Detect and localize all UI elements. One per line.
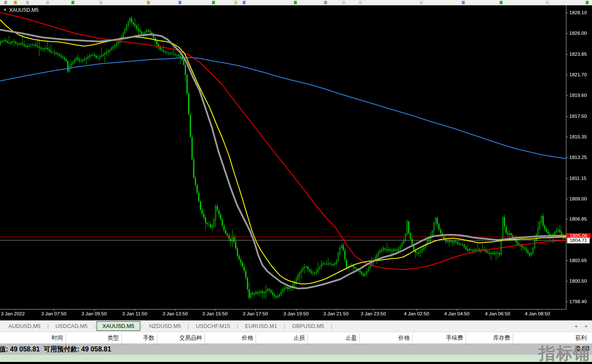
price-axis-tick <box>566 199 568 199</box>
toolbar-icon-fragment[interactable] <box>546 1 549 4</box>
toolbar-icon-fragment[interactable] <box>586 1 589 4</box>
chevron-down-icon[interactable]: ▼ <box>3 8 7 12</box>
tab-scroll-left-icon[interactable]: ◄ <box>574 324 578 328</box>
chart-tab-gbpusd[interactable]: GBPUSD,M5 <box>286 321 330 331</box>
price-axis-tick <box>566 219 568 219</box>
column-notch <box>308 343 308 345</box>
symbol-timeframe-text: XAUUSD,M5 <box>9 7 39 13</box>
chart-tab-bar: AUDUSD,M5|USDCAD,M5|XAUUSD,M5|NZDUSD,M5|… <box>0 320 592 332</box>
orders-header-10: 获利 <box>513 333 592 343</box>
orders-header-6: 止盈 <box>308 333 360 343</box>
toolbar-icon-fragment[interactable] <box>100 1 102 4</box>
orders-header-3: 交易品种 <box>157 333 205 343</box>
time-axis-label: 3 Jan 11:50 <box>122 311 147 316</box>
account-summary-text: 值: 49 058.81 可用预付款: 49 058.81 <box>0 345 111 354</box>
time-axis-tick <box>498 309 498 311</box>
column-notch <box>256 343 257 345</box>
price-axis-tick <box>566 137 568 137</box>
price-axis-tick <box>566 33 568 34</box>
chart-tab-usdchf[interactable]: USDCHF,M15 <box>190 321 236 331</box>
tab-divider: | <box>188 323 189 329</box>
column-notch <box>360 343 360 345</box>
time-axis-label: 4 Jan 02:50 <box>404 311 429 316</box>
orders-header-8: 手续费 <box>413 333 466 343</box>
toolbar-icon-fragment[interactable] <box>147 1 150 4</box>
tab-divider: | <box>284 323 285 329</box>
column-notch <box>513 343 513 345</box>
time-axis-tick <box>255 309 256 311</box>
toolbar-icon-fragment[interactable] <box>500 1 503 4</box>
time-axis-tick <box>416 309 417 311</box>
time-axis-tick <box>54 309 54 311</box>
price-axis-label: 1800.50 <box>569 278 587 283</box>
chart-tab-nzdusd[interactable]: NZDUSD,M5 <box>143 321 187 331</box>
toolbar-icon-fragment[interactable] <box>14 1 17 4</box>
time-axis-tick <box>336 309 336 311</box>
column-notch <box>66 343 66 345</box>
toolbar-icon-fragment[interactable] <box>212 1 215 4</box>
toolbar-icon-fragment[interactable] <box>294 1 297 4</box>
toolbar-icon-fragment[interactable] <box>26 1 29 4</box>
time-axis-tick <box>457 309 457 311</box>
time-axis-label: 3 Jan 07:50 <box>41 311 66 316</box>
bid-price-label: 1804.71 <box>567 237 590 244</box>
chart-tab-xauusd[interactable]: XAUUSD,M5 <box>97 321 140 331</box>
toolbar-icon-fragment[interactable] <box>359 1 362 4</box>
time-axis-label: 4 Jan 06:50 <box>485 311 510 316</box>
tab-divider: | <box>331 323 332 329</box>
time-axis-label: 4 Jan 08:50 <box>525 311 550 316</box>
empty-orders-row <box>0 355 592 362</box>
time-axis-tick <box>373 309 374 311</box>
toolbar-icon-fragment[interactable] <box>46 1 49 4</box>
chart-tab-eurusd[interactable]: EURUSD,M1 <box>239 321 283 331</box>
toolbar-icon-fragment[interactable] <box>178 1 181 4</box>
price-axis-tick <box>566 75 568 75</box>
trading-chart-canvas[interactable] <box>0 5 566 309</box>
chart-tab-usdcad[interactable]: USDCAD,M5 <box>50 321 94 331</box>
toolbar-icon-fragment[interactable] <box>71 1 74 4</box>
price-axis-tick <box>566 54 568 55</box>
time-axis-label: 3 Jan 21:50 <box>323 311 348 316</box>
time-axis-label: 3 Jan 23:50 <box>361 311 386 316</box>
chart-tab-audusd[interactable]: AUDUSD,M5 <box>3 321 47 331</box>
price-axis-tick <box>566 157 568 158</box>
orders-header-1: 类型 <box>66 333 122 343</box>
orders-header-9: 库存费 <box>466 333 513 343</box>
time-axis-label: 4 Jan 04:50 <box>444 311 469 316</box>
tab-divider: | <box>141 323 142 329</box>
toolbar-icon-fragment[interactable] <box>420 1 423 4</box>
price-axis-label: 1817.50 <box>569 114 587 119</box>
price-axis-label: 1806.85 <box>569 216 587 221</box>
toolbar-icon-fragment[interactable] <box>462 1 465 4</box>
price-axis-label: 1813.25 <box>569 155 587 160</box>
price-axis-tick <box>566 302 568 302</box>
time-axis-label: 3 Jan 13:50 <box>162 311 188 316</box>
time-axis-tick <box>135 309 135 311</box>
chart-area: ▼ XAUUSD,M5 1828.101826.001823.851821.70… <box>0 5 592 320</box>
time-axis-tick <box>175 309 176 311</box>
time-axis-tick <box>296 309 296 311</box>
chart-symbol-label[interactable]: ▼ XAUUSD,M5 <box>3 7 39 13</box>
price-axis-label: 1798.40 <box>569 299 587 304</box>
toolbar[interactable] <box>0 0 592 5</box>
time-axis-label: 3 Jan 19:50 <box>283 311 309 316</box>
toolbar-icon-fragment[interactable] <box>342 1 345 4</box>
toolbar-icon-fragment[interactable] <box>234 1 237 4</box>
watermark-text: 指标铺 <box>539 344 590 362</box>
toolbar-icon-fragment[interactable] <box>243 1 246 4</box>
price-axis-label: 1802.65 <box>569 258 587 263</box>
column-notch <box>205 343 205 345</box>
time-axis-tick <box>215 309 215 311</box>
price-axis-tick <box>566 178 568 179</box>
toolbar-icon-fragment[interactable] <box>4 1 7 4</box>
tab-divider: | <box>47 323 49 329</box>
price-axis-label: 1809.00 <box>569 196 587 201</box>
column-notch <box>122 343 122 345</box>
tab-divider: | <box>94 323 96 329</box>
price-axis-label: 1826.00 <box>569 31 587 36</box>
tab-scroll-right-icon[interactable]: ► <box>584 324 589 328</box>
orders-header-2: 手数 <box>122 333 157 343</box>
price-axis-label: 1821.70 <box>569 72 587 77</box>
price-axis-tick <box>566 281 568 281</box>
toolbar-icon-fragment[interactable] <box>324 1 327 4</box>
